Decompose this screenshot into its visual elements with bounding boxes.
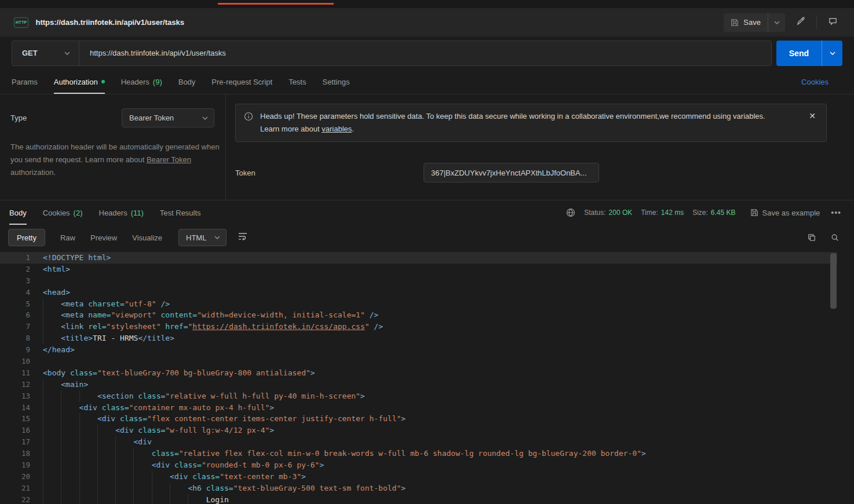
line-number: 2: [0, 264, 30, 275]
save-button-group: Save: [724, 13, 785, 32]
comment-icon: [829, 17, 837, 28]
http-request-icon: HTTP: [14, 17, 28, 28]
tab-authorization[interactable]: Authorization: [54, 70, 105, 94]
tab-headers[interactable]: Headers (9): [121, 70, 162, 94]
comments-button[interactable]: [824, 14, 841, 31]
format-select[interactable]: HTML: [178, 229, 227, 246]
tab-tests[interactable]: Tests: [289, 70, 306, 94]
line-content: Login: [30, 494, 229, 504]
response-tab-headers-count: (11): [131, 209, 144, 217]
code-line[interactable]: 19<div class="rounded-t mb-0 px-6 py-6">: [0, 459, 837, 471]
response-tab-test-results-label: Test Results: [160, 209, 201, 217]
request-tabs: Params Authorization Headers (9) Body Pr…: [0, 70, 854, 94]
response-tab-headers[interactable]: Headers (11): [99, 200, 144, 225]
size-badge: Size: 6.45 KB: [692, 209, 735, 217]
view-tab-preview[interactable]: Preview: [90, 233, 117, 242]
code-line[interactable]: 17<div: [0, 436, 837, 448]
authorization-set-dot: [101, 80, 105, 83]
line-number: 8: [0, 333, 30, 344]
variables-link[interactable]: variables: [322, 125, 352, 133]
code-line[interactable]: 14<div class="container mx-auto px-4 h-f…: [0, 402, 837, 414]
line-number: 19: [0, 459, 30, 471]
tab-settings-label: Settings: [322, 78, 349, 86]
code-line[interactable]: 2<html>: [0, 264, 837, 275]
code-line[interactable]: 10: [0, 356, 837, 367]
tab-body-label: Body: [178, 78, 196, 86]
tab-params[interactable]: Params: [12, 70, 38, 94]
response-body-editor[interactable]: 1<!DOCTYPE html>2<html>34<head>5<meta ch…: [0, 250, 854, 504]
tab-settings[interactable]: Settings: [322, 70, 349, 94]
code-line[interactable]: 9</head>: [0, 344, 837, 356]
code-line[interactable]: 13<section class="relative w-full h-full…: [0, 390, 837, 402]
code-line[interactable]: 3: [0, 275, 837, 287]
send-options-button[interactable]: [822, 41, 842, 66]
code-line[interactable]: 4<head>: [0, 287, 837, 298]
more-options-icon[interactable]: •••: [831, 208, 841, 217]
response-tab-body[interactable]: Body: [9, 200, 27, 225]
view-tab-visualize[interactable]: Visualize: [132, 233, 162, 242]
save-as-example-button[interactable]: Save as example: [750, 209, 820, 217]
view-tab-raw[interactable]: Raw: [60, 233, 75, 242]
search-button[interactable]: [831, 233, 839, 242]
response-tab-test-results[interactable]: Test Results: [160, 200, 201, 225]
token-row: Token 367|BxZDUYkvv7jxHeYnctAPXthLbJfoOn…: [235, 163, 827, 182]
code-line[interactable]: 8<title>TRI - HRMS</title>: [0, 333, 837, 344]
tab-prerequest-script[interactable]: Pre-request Script: [211, 70, 272, 94]
line-content: <head>: [30, 287, 70, 298]
response-tab-cookies[interactable]: Cookies (2): [43, 200, 83, 225]
network-icon[interactable]: [566, 208, 575, 217]
token-input[interactable]: 367|BxZDUYkvv7jxHeYnctAPXthLbJfoOnBA...: [424, 163, 599, 182]
code-line[interactable]: 18class="relative flex flex-col min-w-0 …: [0, 448, 837, 459]
line-number: 6: [0, 309, 30, 321]
line-content: <div: [30, 436, 152, 448]
code-line[interactable]: 21<h6 class="text-blueGray-500 text-sm f…: [0, 483, 837, 494]
bearer-token-link[interactable]: Bearer Token: [147, 155, 191, 164]
auth-type-value: Bearer Token: [129, 114, 174, 122]
save-button[interactable]: Save: [724, 13, 768, 32]
tab-authorization-label: Authorization: [54, 78, 98, 86]
time-badge: Time: 142 ms: [641, 209, 684, 217]
edit-button[interactable]: [792, 14, 809, 31]
chevron-down-icon: [64, 52, 70, 55]
save-options-button[interactable]: [768, 13, 785, 32]
line-content: <div class="container mx-auto px-4 h-ful…: [30, 402, 274, 414]
line-content: <link rel="stylesheet" href="https://das…: [30, 321, 383, 333]
vertical-scrollbar[interactable]: [830, 253, 837, 309]
response-tab-cookies-label: Cookies: [43, 209, 70, 217]
code-line[interactable]: 20<div class="text-center mb-3">: [0, 471, 837, 483]
line-number: 21: [0, 483, 30, 494]
code-line[interactable]: 5<meta charset="utf-8" />: [0, 298, 837, 310]
code-line[interactable]: 16<div class="w-full lg:w-4/12 px-4">: [0, 425, 837, 436]
size-value: 6.45 KB: [711, 209, 736, 217]
code-line[interactable]: 6<meta name="viewport" content="width=de…: [0, 309, 837, 321]
code-line[interactable]: 22Login: [0, 494, 837, 504]
view-tab-pretty[interactable]: Pretty: [8, 229, 45, 246]
line-content: <title>TRI - HRMS</title>: [30, 333, 174, 344]
code-line[interactable]: 11<body class="text-blueGray-700 bg-blue…: [0, 367, 837, 379]
copy-button[interactable]: [808, 233, 816, 242]
tab-body[interactable]: Body: [178, 70, 196, 94]
request-url-row: GET https://dash.triinfotek.in/api/v1/us…: [0, 36, 854, 70]
send-button[interactable]: Send: [776, 41, 822, 66]
line-number: 7: [0, 321, 30, 333]
url-input[interactable]: https://dash.triinfotek.in/api/v1/user/t…: [79, 41, 771, 65]
line-number: 11: [0, 367, 30, 379]
banner-close-icon[interactable]: ✕: [806, 110, 818, 136]
cookies-link[interactable]: Cookies: [801, 78, 829, 86]
sensitive-data-banner: Heads up! These parameters hold sensitiv…: [235, 104, 827, 142]
code-line[interactable]: 1<!DOCTYPE html>: [0, 252, 837, 264]
line-content: <div class="w-full lg:w-4/12 px-4">: [30, 425, 274, 436]
status-badge: Status: 200 OK: [584, 209, 632, 217]
line-number: 22: [0, 494, 30, 504]
code-line[interactable]: 7<link rel="stylesheet" href="https://da…: [0, 321, 837, 333]
status-value: 200 OK: [609, 209, 633, 217]
auth-type-select[interactable]: Bearer Token: [122, 108, 214, 127]
line-number: 18: [0, 448, 30, 459]
header-actions: Save: [724, 13, 841, 32]
time-label: Time:: [641, 209, 658, 217]
wrap-lines-button[interactable]: [235, 229, 251, 246]
method-select[interactable]: GET: [12, 41, 79, 65]
code-line[interactable]: 15<div class="flex content-center items-…: [0, 413, 837, 425]
response-tab-cookies-count: (2): [74, 209, 83, 217]
code-line[interactable]: 12<main>: [0, 379, 837, 390]
